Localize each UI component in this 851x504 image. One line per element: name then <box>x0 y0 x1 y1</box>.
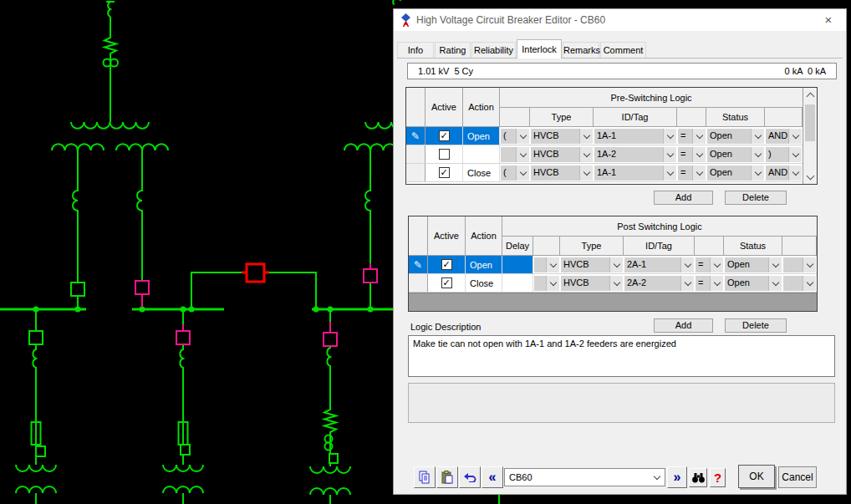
id-tag-combo[interactable]: 2A-1 <box>624 257 694 272</box>
find-button[interactable] <box>689 468 707 487</box>
row-selector[interactable] <box>406 164 426 181</box>
conjunction-combo[interactable]: AND <box>766 129 802 144</box>
next-element-button[interactable]: » <box>667 466 687 488</box>
table-scrollbar[interactable] <box>803 88 817 184</box>
chevron-down-icon[interactable] <box>609 276 623 291</box>
scrollbar-up-button[interactable] <box>803 88 817 101</box>
chevron-down-icon[interactable] <box>546 276 559 291</box>
chevron-down-icon[interactable] <box>516 129 529 144</box>
chevron-down-icon[interactable] <box>663 147 676 162</box>
post-delete-button[interactable]: Delete <box>725 318 787 333</box>
row-selector[interactable] <box>406 145 426 163</box>
operator-combo[interactable]: = <box>696 276 723 291</box>
id-tag-combo[interactable]: 1A-1 <box>594 165 676 181</box>
status-combo[interactable]: Open <box>725 276 782 291</box>
active-checkbox[interactable]: ✓ <box>439 130 450 141</box>
paren-combo[interactable]: ( <box>501 165 529 181</box>
operator-combo[interactable]: = <box>678 147 706 162</box>
post-add-button[interactable]: Add <box>654 318 713 333</box>
operator-combo[interactable]: = <box>678 165 706 181</box>
type-combo[interactable]: HVCB <box>561 276 623 291</box>
action-cell[interactable]: Close <box>463 164 500 181</box>
delay-cell[interactable] <box>502 256 533 273</box>
pre-delete-button[interactable]: Delete <box>725 191 787 205</box>
conjunction-combo[interactable]: AND <box>766 165 802 181</box>
action-cell[interactable] <box>463 145 500 163</box>
conjunction-combo[interactable] <box>783 276 816 291</box>
type-combo[interactable]: HVCB <box>561 257 623 272</box>
scrollbar-thumb[interactable] <box>805 104 815 141</box>
paste-button[interactable] <box>436 466 458 488</box>
tab-comment[interactable]: Comment <box>600 42 646 58</box>
id-tag-combo[interactable]: 1A-1 <box>594 129 676 144</box>
paren-combo[interactable] <box>534 257 559 272</box>
chevron-down-icon[interactable] <box>579 129 593 144</box>
chevron-down-icon[interactable] <box>579 147 593 162</box>
help-button[interactable]: ? <box>710 468 726 487</box>
tab-reliability[interactable]: Reliability <box>471 42 516 58</box>
paren-combo[interactable]: ( <box>501 129 529 144</box>
pre-add-button[interactable]: Add <box>654 191 713 205</box>
chevron-down-icon[interactable] <box>788 165 802 181</box>
action-cell[interactable]: Close <box>466 274 502 292</box>
chevron-down-icon[interactable] <box>546 257 559 272</box>
chevron-down-icon[interactable] <box>788 129 802 144</box>
active-checkbox[interactable] <box>439 149 450 160</box>
chevron-down-icon[interactable] <box>692 129 706 144</box>
chevron-down-icon[interactable] <box>803 276 816 291</box>
main-transformer-symbol[interactable] <box>52 122 168 150</box>
cancel-button[interactable]: Cancel <box>778 466 817 488</box>
chevron-down-icon[interactable] <box>680 257 694 272</box>
chevron-down-icon[interactable] <box>788 147 802 162</box>
logic-description-input[interactable]: Make tie can not open with 1A-1 and 1A-2… <box>408 335 835 377</box>
chevron-down-icon[interactable] <box>663 165 676 181</box>
row-selector[interactable]: ✎ <box>409 256 428 273</box>
row-selector[interactable]: ✎ <box>406 127 426 145</box>
id-tag-combo[interactable]: 2A-2 <box>624 276 694 291</box>
status-combo[interactable]: Open <box>707 147 764 162</box>
tab-interlock[interactable]: Interlock <box>517 39 562 59</box>
chevron-down-icon[interactable] <box>710 257 723 272</box>
utility-source-branch[interactable] <box>104 2 119 122</box>
tab-remarks[interactable]: Remarks <box>563 42 599 58</box>
undo-button[interactable] <box>459 466 481 488</box>
ok-button[interactable]: OK <box>738 465 775 488</box>
element-navigator-combo[interactable]: CB60 <box>504 468 665 486</box>
tie-bridge[interactable] <box>191 272 316 309</box>
close-icon[interactable]: × <box>818 12 839 28</box>
chevron-down-icon[interactable] <box>692 147 706 162</box>
type-combo[interactable]: HVCB <box>531 147 593 162</box>
chevron-down-icon[interactable] <box>803 257 816 272</box>
active-checkbox[interactable]: ✓ <box>439 167 450 178</box>
chevron-down-icon[interactable] <box>663 129 676 144</box>
status-combo[interactable]: Open <box>707 165 764 181</box>
tab-rating[interactable]: Rating <box>435 42 471 58</box>
chevron-down-icon[interactable] <box>692 165 706 181</box>
incoming-feeder-symbols[interactable] <box>71 122 405 309</box>
action-cell[interactable]: Open <box>466 256 502 273</box>
delay-cell[interactable] <box>502 274 533 292</box>
chevron-down-icon[interactable] <box>579 165 593 181</box>
operator-combo[interactable]: = <box>696 257 723 272</box>
active-checkbox[interactable]: ✓ <box>441 277 452 288</box>
id-tag-combo[interactable]: 1A-2 <box>594 147 676 162</box>
paren-combo[interactable] <box>534 276 559 291</box>
chevron-down-icon[interactable] <box>710 276 723 291</box>
copy-button[interactable] <box>414 466 436 488</box>
chevron-down-icon[interactable] <box>768 257 782 272</box>
operator-combo[interactable]: = <box>678 129 706 144</box>
scrollbar-down-button[interactable] <box>803 171 817 184</box>
closed-breaker-symbols[interactable] <box>135 263 377 346</box>
chevron-down-icon[interactable] <box>768 276 782 291</box>
status-combo[interactable]: Open <box>725 257 782 272</box>
chevron-down-icon[interactable] <box>680 276 694 291</box>
active-checkbox[interactable]: ✓ <box>441 259 452 270</box>
tab-info[interactable]: Info <box>397 42 434 58</box>
chevron-down-icon[interactable] <box>751 165 764 181</box>
type-combo[interactable]: HVCB <box>531 129 593 144</box>
previous-element-button[interactable]: « <box>482 466 503 488</box>
paren-combo[interactable] <box>501 147 529 162</box>
chevron-down-icon[interactable] <box>751 147 764 162</box>
chevron-down-icon[interactable] <box>609 257 623 272</box>
tie-breaker-cb60-symbol[interactable] <box>242 264 269 282</box>
